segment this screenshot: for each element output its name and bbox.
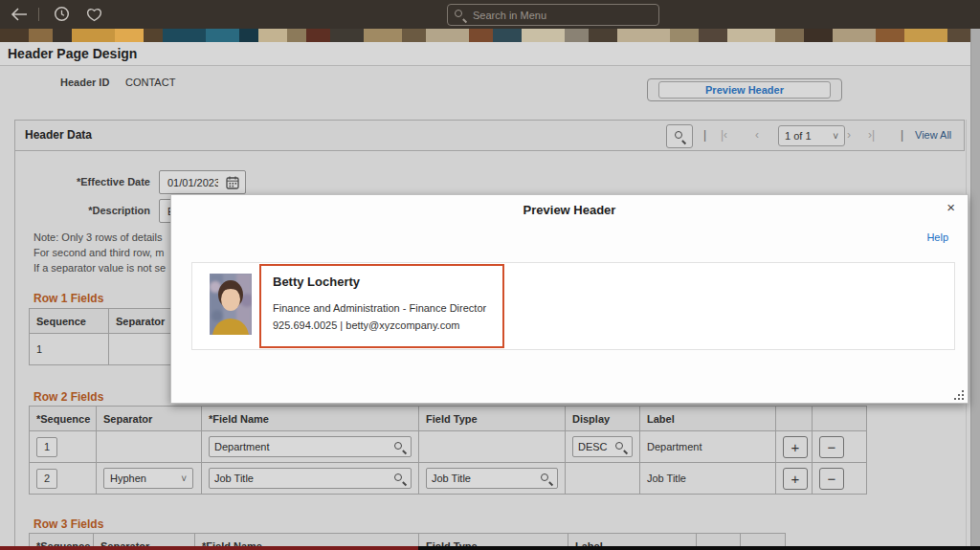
modal-title: Preview Header [171, 203, 968, 217]
app-window: Header Page Design Header ID CONTACT Pre… [0, 0, 980, 550]
contact-role: Finance and Administration - Finance Dir… [273, 302, 486, 314]
video-progress-bar[interactable] [0, 546, 980, 550]
search-icon[interactable] [393, 441, 406, 453]
field-name-input[interactable]: Department [209, 436, 412, 457]
decorative-banner [0, 29, 980, 42]
view-all-link[interactable]: View All [915, 129, 951, 141]
search-icon[interactable] [540, 473, 552, 485]
search-icon[interactable] [393, 473, 406, 485]
column-header [813, 407, 867, 431]
row-count-value: 1 of 1 [785, 130, 812, 142]
column-header-display: Display [566, 407, 640, 431]
menu-search-box[interactable] [447, 4, 659, 26]
row1-fields-title: Row 1 Fields [33, 292, 103, 305]
search-input[interactable] [471, 9, 653, 22]
recent-history-icon[interactable] [54, 6, 70, 22]
minus-icon: − [828, 471, 836, 487]
header-data-section-bar: Header Data | |‹ ‹ 1 of 1 ˅ › ›| | View … [14, 120, 965, 151]
contact-photo [210, 274, 252, 335]
row2-fields-table: *Sequence Separator *Field Name Field Ty… [29, 406, 867, 495]
contact-preview-card: Betty Locherty Finance and Administratio… [191, 262, 955, 350]
display-value: DESC [578, 441, 608, 452]
column-header [776, 407, 813, 431]
effective-date-field[interactable] [159, 170, 246, 194]
note-line: Note: Only 3 rows of details [33, 231, 163, 243]
back-icon[interactable] [10, 7, 29, 22]
field-type-value: Job Title [432, 473, 471, 484]
row3-fields-title: Row 3 Fields [33, 517, 103, 531]
sequence-box: 2 [36, 469, 57, 489]
effective-date-label: *Effective Date [19, 176, 150, 187]
chevron-down-icon: ˅ [181, 473, 187, 484]
delete-row-button[interactable]: − [819, 468, 844, 490]
help-link[interactable]: Help [926, 231, 948, 243]
contact-name: Betty Locherty [273, 275, 360, 289]
plus-icon: + [791, 471, 800, 487]
favorites-heart-icon[interactable] [86, 8, 102, 22]
display-input[interactable]: DESC [572, 436, 633, 457]
row2-fields-title: Row 2 Fields [33, 390, 103, 404]
nav-divider: | [703, 128, 706, 142]
effective-date-input[interactable] [166, 176, 220, 189]
page-titlebar: Header Page Design [0, 42, 980, 66]
table-header-row: *Sequence Separator *Field Name Field Ty… [30, 407, 867, 431]
nav-divider: | [901, 128, 903, 142]
minus-icon: − [828, 439, 836, 455]
separator-dropdown[interactable]: Hyphen˅ [103, 468, 193, 489]
note-line: If a separator value is not se [33, 262, 166, 274]
sequence-value: 1 [44, 441, 50, 452]
page-title: Header Page Design [0, 42, 980, 65]
search-icon [454, 9, 466, 21]
table-row: 2 Hyphen˅ Job Title Job Title Job Title … [30, 463, 867, 495]
field-name-input[interactable]: Job Title [209, 468, 412, 489]
plus-icon: + [791, 439, 800, 455]
column-header-field-type: Field Type [419, 407, 566, 431]
note-line: For second and third row, m [33, 247, 164, 258]
video-progress-fill [0, 546, 418, 550]
column-header-label: Label [640, 407, 776, 431]
find-search-button[interactable] [666, 124, 693, 148]
separator-value: Hyphen [110, 473, 146, 484]
separator-cell [97, 431, 202, 463]
column-header-sequence: Sequence [30, 309, 109, 334]
column-header-field-name: *Field Name [202, 407, 419, 431]
display-cell [566, 463, 640, 495]
description-label: *Description [19, 205, 150, 216]
preview-header-button-label: Preview Header [658, 81, 831, 99]
vertical-scrollbar[interactable] [970, 29, 980, 546]
previous-row-icon[interactable]: ‹ [755, 128, 759, 142]
last-row-icon[interactable]: ›| [868, 128, 875, 142]
section-title: Header Data [25, 121, 92, 150]
first-row-icon[interactable]: |‹ [721, 128, 727, 142]
next-row-icon[interactable]: › [847, 128, 851, 142]
header-id-value: CONTACT [125, 77, 175, 88]
top-navigation-bar [0, 0, 980, 29]
search-icon[interactable] [614, 441, 627, 453]
delete-row-button[interactable]: − [819, 436, 844, 458]
toolbar-divider [38, 8, 39, 21]
preview-header-modal: Preview Header × Help [170, 194, 969, 404]
chevron-down-icon: ˅ [833, 131, 838, 142]
field-name-value: Department [214, 441, 269, 452]
sequence-value: 2 [44, 473, 50, 484]
add-row-button[interactable]: + [783, 436, 808, 458]
field-type-input[interactable]: Job Title [426, 468, 558, 489]
calendar-icon[interactable] [226, 176, 239, 189]
field-type-cell [419, 431, 566, 463]
close-icon[interactable]: × [947, 200, 955, 215]
field-name-value: Job Title [214, 473, 254, 484]
label-cell: Department [640, 431, 776, 463]
preview-header-button[interactable]: Preview Header [647, 78, 842, 101]
sequence-cell: 1 [30, 334, 109, 365]
add-row-button[interactable]: + [783, 468, 808, 490]
row-count-dropdown[interactable]: 1 of 1 ˅ [778, 125, 845, 146]
contact-info-box: Betty Locherty Finance and Administratio… [259, 264, 504, 348]
header-id-label: Header ID [60, 77, 109, 88]
table-row: 1 Department DESC Department + − [30, 431, 867, 463]
column-header-sequence: *Sequence [30, 407, 97, 431]
column-header-separator: Separator [97, 407, 202, 431]
contact-phone-email: 925.694.0025 | betty@xyzcompany.com [273, 319, 459, 331]
label-cell: Job Title [640, 463, 776, 495]
search-icon [674, 130, 686, 143]
resize-handle-icon[interactable] [952, 388, 964, 400]
